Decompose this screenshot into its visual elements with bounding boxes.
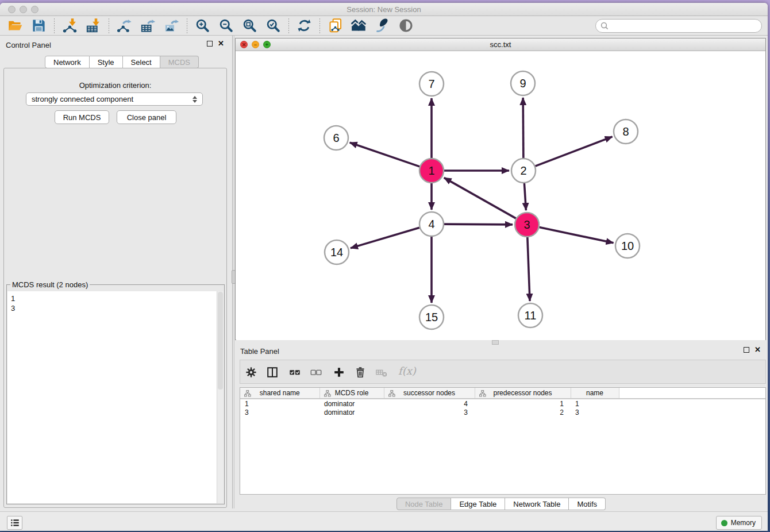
- tab-style[interactable]: Style: [90, 56, 123, 68]
- network-window-titlebar[interactable]: ✕ − + scc.txt: [236, 38, 765, 51]
- close-table-panel-icon[interactable]: ✕: [754, 347, 761, 353]
- table-panel-tabs: Node Table Edge Table Network Table Moti…: [234, 498, 768, 510]
- result-line: 3: [7, 303, 224, 313]
- graph-node-3[interactable]: 3: [515, 213, 539, 237]
- column-header[interactable]: name: [571, 388, 619, 399]
- function-builder-icon[interactable]: f(x): [398, 365, 416, 377]
- import-network-icon[interactable]: [62, 18, 78, 33]
- column-header[interactable]: predecessor nodes: [475, 388, 571, 399]
- delete-column-icon[interactable]: [375, 366, 388, 379]
- table-header-row: shared name MCDS role successor nodes pr…: [240, 388, 766, 399]
- task-history-button[interactable]: [7, 516, 22, 530]
- node-table[interactable]: shared name MCDS role successor nodes pr…: [240, 387, 766, 495]
- clone-network-icon[interactable]: [328, 18, 343, 33]
- graph-edge-4-14[interactable]: [351, 228, 419, 248]
- window-title: Session: New Session: [0, 5, 768, 14]
- tab-motifs[interactable]: Motifs: [569, 498, 606, 510]
- graph-node-10[interactable]: 10: [615, 234, 640, 258]
- control-panel-title: Control Panel: [6, 41, 51, 49]
- table-row[interactable]: 1 dominator 4 1 1: [240, 399, 766, 408]
- column-header[interactable]: successor nodes: [384, 388, 475, 399]
- select-all-icon[interactable]: [288, 366, 301, 379]
- tree-icon: [244, 390, 251, 397]
- graph-edge-3-11[interactable]: [528, 237, 530, 301]
- search-input[interactable]: [610, 21, 761, 31]
- graph-node-6[interactable]: 6: [324, 126, 348, 150]
- svg-text:14: 14: [330, 246, 343, 259]
- graph-node-11[interactable]: 11: [518, 303, 542, 327]
- deselect-all-icon[interactable]: [310, 366, 322, 379]
- graph-node-14[interactable]: 14: [325, 240, 349, 264]
- export-table-icon[interactable]: [140, 18, 156, 33]
- control-panel-header: Control Panel ✕: [0, 36, 232, 53]
- svg-text:8: 8: [622, 125, 629, 138]
- table-row[interactable]: 3 dominator 3 2 3: [240, 408, 766, 417]
- eye-icon[interactable]: [398, 18, 414, 33]
- refresh-icon[interactable]: [297, 18, 312, 33]
- split-view-icon[interactable]: [266, 366, 279, 379]
- graph-node-4[interactable]: 4: [419, 212, 444, 236]
- title-bar: Session: New Session: [0, 3, 768, 16]
- tab-mcds[interactable]: MCDS: [160, 56, 199, 68]
- svg-text:1: 1: [428, 164, 434, 177]
- open-session-icon[interactable]: [7, 18, 23, 33]
- graph-node-15[interactable]: 15: [419, 305, 444, 329]
- graph-node-2[interactable]: 2: [511, 159, 536, 183]
- search-icon: [600, 21, 610, 31]
- memory-button[interactable]: Memory: [716, 516, 762, 530]
- zoom-selected-icon[interactable]: [265, 18, 281, 33]
- graph-edge-2-3[interactable]: [524, 183, 526, 210]
- graph-edge-4-3[interactable]: [444, 224, 513, 225]
- import-table-icon[interactable]: [86, 18, 101, 33]
- zoom-out-icon[interactable]: [218, 18, 234, 33]
- close-panel-icon[interactable]: ✕: [218, 41, 224, 47]
- tab-network[interactable]: Network: [45, 56, 90, 68]
- graph-edge-3-1[interactable]: [444, 178, 516, 218]
- delete-icon[interactable]: [354, 366, 367, 379]
- mcds-result-title: MCDS result (2 nodes): [10, 280, 90, 289]
- save-session-icon[interactable]: [31, 18, 47, 33]
- network-window-title: scc.txt: [236, 40, 765, 49]
- zoom-in-icon[interactable]: [195, 18, 210, 33]
- svg-text:11: 11: [525, 309, 537, 322]
- tree-icon: [388, 390, 395, 397]
- svg-text:10: 10: [621, 240, 634, 252]
- graph-edge-2-8[interactable]: [536, 137, 613, 166]
- float-table-panel-icon[interactable]: [744, 347, 749, 353]
- zoom-fit-icon[interactable]: [242, 18, 257, 33]
- style-preview-icon[interactable]: [375, 18, 390, 33]
- table-settings-gear-icon[interactable]: [245, 366, 257, 379]
- tab-select[interactable]: Select: [123, 56, 160, 68]
- result-line: 1: [7, 294, 224, 303]
- vertical-splitter[interactable]: [232, 36, 234, 508]
- graph-node-7[interactable]: 7: [419, 72, 444, 96]
- close-panel-button[interactable]: Close panel: [117, 110, 176, 124]
- table-panel-header: Table Panel ✕: [234, 343, 768, 359]
- tab-edge-table[interactable]: Edge Table: [451, 498, 505, 510]
- toolbar-separator: [109, 18, 109, 33]
- tab-node-table[interactable]: Node Table: [396, 498, 452, 510]
- tab-network-table[interactable]: Network Table: [505, 498, 569, 510]
- toolbar-separator: [54, 18, 55, 33]
- tree-icon: [479, 390, 486, 397]
- graph-edge-1-6[interactable]: [350, 142, 420, 167]
- graph-edge-3-10[interactable]: [540, 228, 614, 243]
- tree-icon: [324, 390, 331, 397]
- network-canvas[interactable]: 7968124314101511: [236, 51, 765, 340]
- column-header[interactable]: shared name: [240, 388, 319, 399]
- run-mcds-button[interactable]: Run MCDS: [55, 110, 109, 124]
- graph-node-9[interactable]: 9: [511, 71, 535, 95]
- graph-node-1[interactable]: 1: [419, 159, 444, 183]
- add-column-icon[interactable]: [333, 366, 345, 379]
- optimization-criterion-select[interactable]: strongly connected component: [26, 92, 203, 106]
- export-image-icon[interactable]: [164, 18, 179, 33]
- float-panel-icon[interactable]: [207, 41, 213, 47]
- home-icon[interactable]: [351, 18, 367, 33]
- mcds-panel: Optimization criterion: strongly connect…: [3, 68, 227, 508]
- result-scrollbar[interactable]: [217, 291, 224, 503]
- mcds-result-text[interactable]: 1 3: [7, 291, 224, 503]
- graph-node-8[interactable]: 8: [614, 119, 638, 144]
- column-header[interactable]: MCDS role: [319, 388, 384, 399]
- export-network-icon[interactable]: [117, 18, 132, 33]
- graph-edge-2-9[interactable]: [523, 98, 523, 158]
